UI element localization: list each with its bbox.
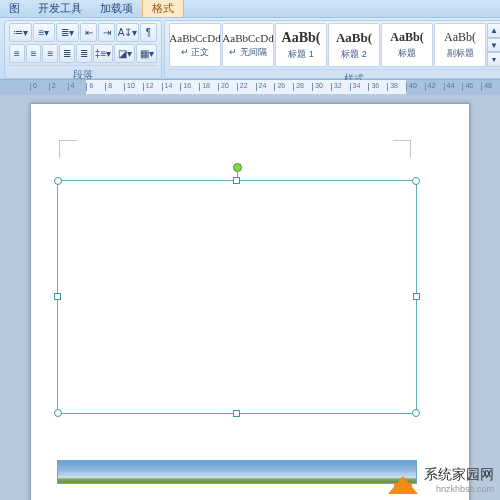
numbering-button[interactable]: ≡▾ [33, 23, 56, 42]
ruler-tick-label: 20 [221, 82, 229, 89]
line-spacing-button[interactable]: ‡≡▾ [93, 44, 114, 63]
ruler-tick: 38 [387, 83, 388, 91]
style-name: ↵ 正文 [181, 46, 210, 59]
ruler-tick-label: 40 [409, 82, 417, 89]
tab-view[interactable]: 图 [0, 0, 29, 17]
styles-gallery: AaBbCcDd↵ 正文AaBbCcDd↵ 无间隔AaBb(标题 1AaBb(标… [169, 23, 486, 67]
ruler-tick-label: 28 [296, 82, 304, 89]
margin-mark-top-right [393, 140, 411, 158]
ruler-tick-label: 2 [52, 82, 56, 89]
style-swatch-0[interactable]: AaBbCcDd↵ 正文 [169, 23, 221, 67]
ruler-tick-label: 6 [89, 82, 93, 89]
handle-top-mid[interactable] [233, 177, 240, 184]
style-swatch-5[interactable]: AaBb(副标题 [434, 23, 486, 67]
textbox-shape[interactable] [57, 180, 417, 414]
ruler-tick-label: 36 [371, 82, 379, 89]
gallery-expand[interactable]: ▾ [487, 52, 500, 67]
style-preview: AaBb( [336, 30, 372, 46]
gallery-scroll-down[interactable]: ▼ [487, 38, 500, 53]
ruler-tick: 22 [237, 83, 238, 91]
style-name: 标题 [398, 47, 416, 60]
ruler-tick-label: 42 [428, 82, 436, 89]
ruler-tick: 36 [368, 83, 369, 91]
ruler-tick: 8 [105, 83, 106, 91]
ruler-tick-label: 4 [71, 82, 75, 89]
panel-styles: AaBbCcDd↵ 正文AaBbCcDd↵ 无间隔AaBb(标题 1AaBb(标… [164, 20, 500, 79]
gallery-scroll-up[interactable]: ▲ [487, 23, 500, 38]
style-preview: AaBb( [444, 30, 476, 45]
borders-button[interactable]: ▦▾ [136, 44, 157, 63]
ruler-tick-label: 0 [33, 82, 37, 89]
ribbon: ≔▾ ≡▾ ≣▾ ⇤ ⇥ A↧▾ ¶ ≡ ≡ ≡ ≣ ≣ ‡≡▾ ◪▾ ▦▾ 段… [0, 18, 500, 80]
ruler-tick: 12 [143, 83, 144, 91]
ruler-tick-label: 24 [259, 82, 267, 89]
ruler-tick-label: 38 [390, 82, 398, 89]
ruler-tick-label: 12 [146, 82, 154, 89]
ruler-tick: 32 [331, 83, 332, 91]
horizontal-ruler[interactable]: 0246810121416182022242628303234363840424… [0, 80, 500, 95]
ruler-tick: 28 [293, 83, 294, 91]
handle-bottom-right[interactable] [412, 409, 420, 417]
ruler-tick-label: 48 [484, 82, 492, 89]
align-center-button[interactable]: ≡ [26, 44, 42, 63]
ruler-tick-label: 10 [127, 82, 135, 89]
ruler-tick: 40 [406, 83, 407, 91]
align-distributed-button[interactable]: ≣ [76, 44, 92, 63]
ruler-tick: 4 [68, 83, 69, 91]
ruler-tick-label: 14 [165, 82, 173, 89]
ruler-tick-label: 32 [334, 82, 342, 89]
align-right-button[interactable]: ≡ [42, 44, 58, 63]
style-preview: AaBbCcDd [222, 32, 273, 44]
page[interactable] [30, 103, 470, 500]
tab-format[interactable]: 格式 [142, 0, 184, 17]
shading-button[interactable]: ◪▾ [114, 44, 135, 63]
sort-button[interactable]: A↧▾ [116, 23, 139, 42]
align-justify-button[interactable]: ≣ [59, 44, 75, 63]
ruler-tick: 26 [274, 83, 275, 91]
handle-top-left[interactable] [54, 177, 62, 185]
ruler-tick: 46 [462, 83, 463, 91]
rotation-handle[interactable] [233, 163, 242, 172]
margin-mark-top-left [59, 140, 77, 158]
ruler-tick-label: 16 [183, 82, 191, 89]
style-swatch-1[interactable]: AaBbCcDd↵ 无间隔 [222, 23, 274, 67]
ruler-tick: 24 [256, 83, 257, 91]
style-swatch-2[interactable]: AaBb(标题 1 [275, 23, 327, 67]
bullets-button[interactable]: ≔▾ [9, 23, 32, 42]
handle-mid-right[interactable] [413, 293, 420, 300]
ruler-tick-label: 44 [447, 82, 455, 89]
style-name: 标题 1 [288, 48, 314, 61]
show-marks-button[interactable]: ¶ [140, 23, 157, 42]
decrease-indent-button[interactable]: ⇤ [80, 23, 97, 42]
style-name: 标题 2 [341, 48, 367, 61]
ruler-tick: 10 [124, 83, 125, 91]
tab-addins[interactable]: 加载项 [91, 0, 142, 17]
ruler-tick: 20 [218, 83, 219, 91]
handle-bottom-left[interactable] [54, 409, 62, 417]
handle-mid-left[interactable] [54, 293, 61, 300]
handle-top-right[interactable] [412, 177, 420, 185]
panel-paragraph: ≔▾ ≡▾ ≣▾ ⇤ ⇥ A↧▾ ¶ ≡ ≡ ≡ ≣ ≣ ‡≡▾ ◪▾ ▦▾ 段… [4, 20, 162, 79]
document-area [0, 95, 500, 500]
multilevel-list-button[interactable]: ≣▾ [56, 23, 79, 42]
ruler-tick: 16 [180, 83, 181, 91]
image-landscape [57, 460, 417, 484]
ruler-tick: 44 [444, 83, 445, 91]
ruler-tick: 34 [350, 83, 351, 91]
ruler-tick: 30 [312, 83, 313, 91]
ruler-tick: 14 [162, 83, 163, 91]
ruler-tick-label: 18 [202, 82, 210, 89]
style-swatch-3[interactable]: AaBb(标题 2 [328, 23, 380, 67]
increase-indent-button[interactable]: ⇥ [98, 23, 115, 42]
ruler-tick: 48 [481, 83, 482, 91]
ruler-tick-label: 46 [465, 82, 473, 89]
style-preview: AaBbCcDd [169, 32, 220, 44]
handle-bottom-mid[interactable] [233, 410, 240, 417]
ruler-tick: 42 [425, 83, 426, 91]
tab-developer[interactable]: 开发工具 [29, 0, 91, 17]
style-swatch-4[interactable]: AaBb(标题 [381, 23, 433, 67]
align-left-button[interactable]: ≡ [9, 44, 25, 63]
inserted-image[interactable] [57, 460, 417, 484]
ruler-tick-label: 22 [240, 82, 248, 89]
ruler-tick-label: 34 [353, 82, 361, 89]
